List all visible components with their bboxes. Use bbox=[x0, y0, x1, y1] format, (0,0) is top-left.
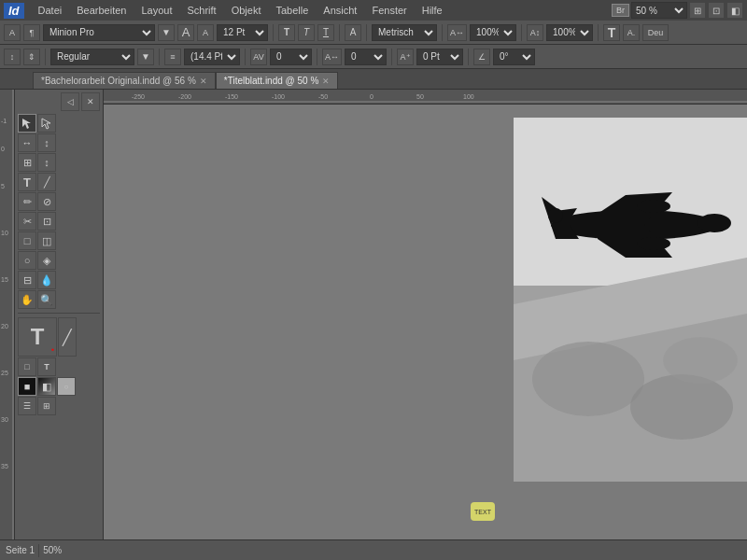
menu-layout[interactable]: Layout bbox=[134, 3, 178, 18]
menu-objekt[interactable]: Objekt bbox=[225, 3, 268, 18]
lang-btn[interactable]: Deu bbox=[642, 24, 669, 41]
tracking-select[interactable]: 0 bbox=[270, 49, 312, 65]
rect-frame-tool-btn[interactable]: ◫ bbox=[37, 231, 56, 250]
menu-hilfe[interactable]: Hilfe bbox=[416, 3, 449, 18]
direct-selection-icon bbox=[40, 117, 53, 130]
direct-selection-tool-btn[interactable] bbox=[37, 114, 56, 133]
baseline-icon: A⁺ bbox=[397, 49, 414, 65]
tab-bachelorarbeit[interactable]: *Bachelorarbeit Original.indd @ 56 % ✕ bbox=[33, 72, 216, 89]
scissors-tool-btn[interactable]: ✂ bbox=[18, 212, 36, 231]
gradient-fill-btn[interactable]: ◧ bbox=[37, 377, 56, 396]
text-tools-row: T ╱ bbox=[18, 173, 100, 191]
menu-bearbeiten[interactable]: Bearbeiten bbox=[70, 3, 133, 18]
black-fill-btn[interactable]: ■ bbox=[18, 377, 36, 396]
svg-text:0: 0 bbox=[370, 93, 374, 100]
selection-tool-btn[interactable] bbox=[18, 114, 36, 133]
table-tool-btn[interactable]: ⊟ bbox=[18, 271, 36, 289]
language-select[interactable]: Metrisch bbox=[372, 24, 437, 41]
tab-titelblatt[interactable]: *Titelblatt.indd @ 50 % ✕ bbox=[216, 72, 339, 89]
char-para-toggle[interactable]: A bbox=[4, 24, 21, 41]
line-spacing-icon: ↕ bbox=[4, 49, 21, 65]
rect-frame-btn[interactable]: ⊞ bbox=[18, 153, 36, 172]
fill-tools-row: □ T bbox=[18, 357, 100, 376]
style-more-btn[interactable]: ▼ bbox=[137, 49, 154, 65]
text-tool-btn[interactable]: T bbox=[18, 173, 36, 191]
bridge-button[interactable]: Br bbox=[612, 4, 629, 17]
poly-tool-btn[interactable]: ◈ bbox=[37, 251, 56, 270]
view-mode-btn3[interactable]: ◧ bbox=[726, 2, 743, 19]
placeholder-btn[interactable]: ⊡ bbox=[37, 212, 56, 231]
gap-tool-btn[interactable]: ↔ bbox=[18, 133, 36, 152]
angle-select[interactable]: 0° bbox=[493, 49, 535, 65]
font-more-btn[interactable]: ▼ bbox=[158, 24, 175, 41]
kern-icon: A↔ bbox=[322, 49, 342, 65]
tabs-bar: *Bachelorarbeit Original.indd @ 56 % ✕ *… bbox=[0, 69, 747, 90]
para-toggle[interactable]: ¶ bbox=[23, 24, 40, 41]
main-area: -1 0 5 10 15 20 25 30 35 ◁ ✕ ↔ bbox=[0, 90, 747, 539]
view-mode-btn[interactable]: ☰ bbox=[18, 397, 36, 415]
view-mode-btn2[interactable]: ⊡ bbox=[708, 2, 725, 19]
rotate-tool-btn[interactable]: ↕ bbox=[37, 133, 56, 152]
fill-color-btn[interactable]: □ bbox=[18, 357, 36, 376]
kern-select[interactable]: 0 bbox=[345, 49, 387, 65]
ellipse-tool-btn[interactable]: ○ bbox=[18, 251, 36, 270]
toolbox-collapse-btn[interactable]: ◁ bbox=[61, 92, 79, 111]
large-text-tool-btn[interactable]: T ▪ bbox=[18, 317, 57, 357]
scissors-tools-row: ✂ ⊡ bbox=[18, 212, 100, 231]
svg-point-26 bbox=[637, 200, 670, 213]
status-page-info: Seite 1 bbox=[6, 545, 35, 555]
text-color-btn[interactable]: T bbox=[37, 357, 56, 376]
no-fill-btn[interactable]: ○ bbox=[57, 377, 76, 396]
pencil-tool-btn[interactable]: ✏ bbox=[18, 192, 36, 211]
story-btn[interactable]: ↕ bbox=[37, 153, 56, 172]
left-ruler: -1 0 5 10 15 20 25 30 35 bbox=[0, 90, 15, 539]
view-mode-row: ☰ ⊞ bbox=[18, 397, 100, 415]
text-large-icon: A bbox=[177, 24, 194, 41]
menu-tabelle[interactable]: Tabelle bbox=[269, 3, 315, 18]
canvas-area[interactable]: -250 -200 -150 -100 -50 0 50 100 bbox=[104, 90, 747, 539]
tab-bachelorarbeit-close[interactable]: ✕ bbox=[200, 77, 207, 86]
rect-tool-btn[interactable]: □ bbox=[18, 231, 36, 250]
svg-point-16 bbox=[630, 374, 733, 440]
font-size-select[interactable]: 12 Pt bbox=[217, 24, 268, 41]
angle-icon: ∠ bbox=[473, 49, 490, 65]
baseline-select[interactable]: 0 Pt bbox=[416, 49, 463, 65]
svg-text:50: 50 bbox=[416, 93, 424, 100]
scale-y-select[interactable]: 100% bbox=[546, 24, 593, 41]
ruler-svg bbox=[0, 90, 15, 539]
scale-x-select[interactable]: 100% bbox=[470, 24, 516, 41]
svg-text:-50: -50 bbox=[318, 93, 328, 100]
eyedrop-tool-btn[interactable]: 💧 bbox=[37, 271, 56, 289]
selection-icon bbox=[21, 117, 34, 130]
svg-text:100: 100 bbox=[463, 93, 474, 100]
bold-btn[interactable]: T bbox=[278, 24, 295, 41]
underline-btn[interactable]: T bbox=[317, 24, 334, 41]
svg-text:-250: -250 bbox=[132, 93, 145, 100]
line-height-select[interactable]: (14.4 Pt) bbox=[184, 49, 240, 65]
menu-fenster[interactable]: Fenster bbox=[365, 3, 413, 18]
menu-datei[interactable]: Datei bbox=[32, 3, 69, 18]
toolbox-close-btn[interactable]: ✕ bbox=[81, 92, 100, 111]
line-tool-btn[interactable]: ╱ bbox=[37, 173, 56, 191]
updown-icon: ⇕ bbox=[23, 49, 40, 65]
text-icon-diag: A. bbox=[623, 24, 640, 41]
font-name-select[interactable]: Minion Pro bbox=[43, 24, 155, 41]
nav-tools-row: ✋ 🔍 bbox=[18, 290, 100, 309]
document-page bbox=[514, 118, 747, 482]
menu-ansicht[interactable]: Ansicht bbox=[317, 3, 363, 18]
gap-tools-row: ↔ ↕ bbox=[18, 133, 100, 152]
menu-schrift[interactable]: Schrift bbox=[181, 3, 223, 18]
zoom-tool-btn[interactable]: 🔍 bbox=[37, 290, 56, 309]
view-mode-btn1[interactable]: ⊞ bbox=[689, 2, 706, 19]
tab-titelblatt-close[interactable]: ✕ bbox=[322, 77, 330, 86]
zoom-select[interactable]: 50 % bbox=[631, 2, 687, 19]
style-select[interactable]: Regular bbox=[50, 49, 134, 65]
svg-text:-100: -100 bbox=[272, 93, 285, 100]
italic-btn[interactable]: T bbox=[298, 24, 315, 41]
hand-tool-btn[interactable]: ✋ bbox=[18, 290, 36, 309]
erase-tool-btn[interactable]: ⊘ bbox=[37, 192, 56, 211]
optical-margin[interactable]: A bbox=[345, 24, 361, 41]
frame-edges-btn[interactable]: ⊞ bbox=[37, 397, 56, 415]
top-ruler-svg: -250 -200 -150 -100 -50 0 50 100 bbox=[104, 90, 747, 104]
large-line-tool-btn[interactable]: ╱ bbox=[58, 317, 77, 357]
